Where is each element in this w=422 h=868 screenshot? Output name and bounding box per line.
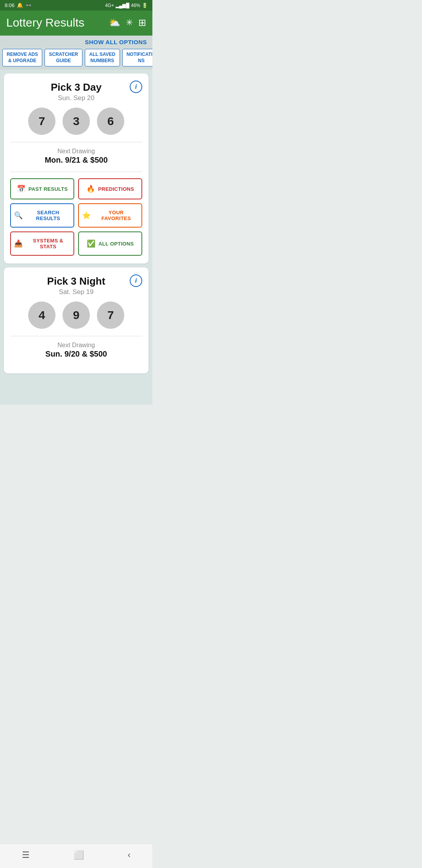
predictions-button[interactable]: 🔥 PREDICTIONS [78, 178, 142, 199]
status-time: 8:06 [5, 2, 14, 8]
fire-icon: 🔥 [86, 185, 95, 193]
predictions-label: PREDICTIONS [98, 186, 134, 192]
grid-icon[interactable]: ⊞ [138, 17, 146, 28]
your-favorites-label: YOUR FAVORITES [94, 210, 138, 221]
pick3-day-next-value: Mon. 9/21 & $500 [10, 156, 142, 165]
pick3-night-next-label: Next Drawing [10, 342, 142, 349]
pick3-night-card: i Pick 3 Night Sat. Sep 19 4 9 7 Next Dr… [4, 267, 148, 373]
battery-icon: 🔋 [142, 3, 148, 8]
pick3-night-date: Sat. Sep 19 [10, 288, 142, 296]
calendar-icon: 📅 [17, 185, 25, 193]
glasses-icon: 👓 [25, 2, 32, 8]
download-icon: 📥 [14, 239, 23, 248]
compass-icon[interactable]: ✳ [126, 18, 133, 28]
cloud-snow-icon[interactable]: ⛅ [109, 17, 120, 28]
pick3-night-header: Pick 3 Night Sat. Sep 19 [10, 275, 142, 296]
divider-1 [10, 142, 142, 142]
pick3-night-numbers: 4 9 7 [10, 301, 142, 329]
pick3-night-number-3: 7 [97, 301, 124, 329]
status-left: 8:06 🔔 👓 [5, 2, 32, 8]
pick3-day-header: Pick 3 Day Sun. Sep 20 [10, 81, 142, 102]
tab-remove-ads[interactable]: REMOVE ADS & UPGRADE [2, 49, 42, 66]
show-all-bar: SHOW ALL OPTIONS [0, 36, 152, 49]
battery-level: 46% [131, 3, 140, 8]
status-right: 4G+ ▂▄▆█ 46% 🔋 [105, 3, 148, 8]
search-results-button[interactable]: 🔍 SEARCH RESULTS [10, 203, 74, 228]
divider-2 [10, 172, 142, 172]
tab-scratcher-guide[interactable]: SCRATCHER GUIDE [45, 49, 82, 66]
pick3-day-card: i Pick 3 Day Sun. Sep 20 7 3 6 Next Draw… [4, 74, 148, 264]
alarm-icon: 🔔 [17, 2, 23, 8]
pick3-day-number-1: 7 [28, 108, 55, 135]
pick3-day-next-drawing: Next Drawing Mon. 9/21 & $500 [10, 148, 142, 165]
pick3-day-title: Pick 3 Day [10, 81, 142, 93]
pick3-day-date: Sun. Sep 20 [10, 94, 142, 102]
show-all-link[interactable]: SHOW ALL OPTIONS [85, 39, 147, 45]
systems-stats-label: SYSTEMS & STATS [26, 238, 70, 249]
pick3-night-number-2: 9 [63, 301, 90, 329]
app-header: Lottery Results ⛅ ✳ ⊞ [0, 11, 152, 36]
all-options-label: ALL OPTIONS [98, 241, 134, 247]
signal-icon: 4G+ [105, 3, 114, 8]
pick3-night-next-value: Sun. 9/20 & $500 [10, 350, 142, 359]
page-title: Lottery Results [6, 16, 84, 29]
search-results-label: SEARCH RESULTS [26, 210, 70, 221]
header-icons: ⛅ ✳ ⊞ [109, 17, 146, 28]
systems-stats-button[interactable]: 📥 SYSTEMS & STATS [10, 231, 74, 256]
all-options-button[interactable]: ✅ ALL OPTIONS [78, 231, 142, 256]
tab-notifications[interactable]: NOTIFICATIO NS [122, 49, 152, 66]
tab-all-saved-numbers[interactable]: ALL SAVED NUMBERS [85, 49, 120, 66]
your-favorites-button[interactable]: ⭐ YOUR FAVORITES [78, 203, 142, 228]
pick3-night-title: Pick 3 Night [10, 275, 142, 287]
pick3-day-actions: 📅 PAST RESULTS 🔥 PREDICTIONS 🔍 SEARCH RE… [10, 178, 142, 256]
pick3-day-next-label: Next Drawing [10, 148, 142, 155]
pick3-day-number-2: 3 [63, 108, 90, 135]
pick3-day-number-3: 6 [97, 108, 124, 135]
pick3-day-numbers: 7 3 6 [10, 108, 142, 135]
star-icon: ⭐ [82, 211, 91, 220]
pick3-night-info-button[interactable]: i [130, 274, 142, 287]
options-tabs: REMOVE ADS & UPGRADE SCRATCHER GUIDE ALL… [0, 49, 152, 70]
main-content: i Pick 3 Day Sun. Sep 20 7 3 6 Next Draw… [0, 70, 152, 405]
search-icon: 🔍 [14, 211, 23, 220]
pick3-night-number-1: 4 [28, 301, 55, 329]
check-icon: ✅ [87, 239, 95, 248]
divider-3 [10, 336, 142, 336]
past-results-button[interactable]: 📅 PAST RESULTS [10, 178, 74, 199]
pick3-day-info-button[interactable]: i [130, 81, 142, 93]
signal-bars-icon: ▂▄▆█ [116, 3, 129, 8]
pick3-night-next-drawing: Next Drawing Sun. 9/20 & $500 [10, 342, 142, 359]
past-results-label: PAST RESULTS [29, 186, 68, 192]
status-bar: 8:06 🔔 👓 4G+ ▂▄▆█ 46% 🔋 [0, 0, 152, 11]
